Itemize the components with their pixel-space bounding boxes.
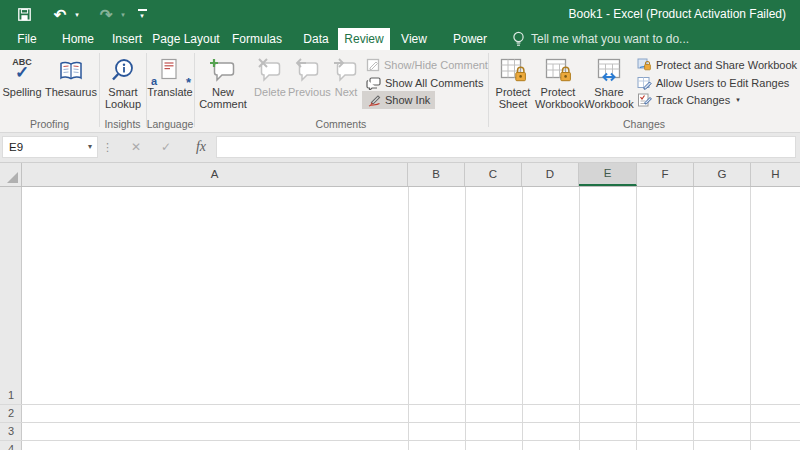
redo-button: ↷ <box>96 0 116 28</box>
redo-dropdown: ▾ <box>118 0 128 28</box>
allow-users-to-edit-ranges-label: Allow Users to Edit Ranges <box>656 77 789 89</box>
tab-page-layout[interactable]: Page Layout <box>150 28 222 50</box>
tab-home[interactable]: Home <box>55 28 101 50</box>
worksheet-grid[interactable]: 1 2 3 4 Nhà <box>0 187 800 450</box>
spelling-icon: ABC ✓ <box>2 54 42 86</box>
translate-button[interactable]: a * Translate <box>147 54 193 98</box>
spelling-label: Spelling <box>2 86 42 98</box>
group-separator <box>194 53 195 127</box>
column-header-e-selected[interactable]: E <box>579 163 637 186</box>
protect-sheet-button[interactable]: Protect Sheet <box>491 54 535 110</box>
check-icon: ✓ <box>15 66 29 80</box>
protect-and-share-workbook-label: Protect and Share Workbook <box>656 59 797 71</box>
customize-qat-button[interactable]: ▾ <box>134 0 150 28</box>
ribbon-tab-row: File Home Insert Page Layout Formulas Da… <box>0 28 800 50</box>
name-box[interactable]: E9 ▾ <box>2 136 98 158</box>
group-separator <box>488 53 489 127</box>
new-comment-button[interactable]: New Comment <box>198 54 248 110</box>
select-all-triangle-icon <box>7 172 18 183</box>
show-hide-comment-icon <box>366 58 380 72</box>
show-hide-comment-button: Show/Hide Comment <box>366 56 488 74</box>
row-header-1[interactable]: 1 <box>0 388 22 402</box>
row-header-3[interactable]: 3 <box>0 424 22 438</box>
tab-view[interactable]: View <box>394 28 434 50</box>
save-button[interactable] <box>14 0 34 28</box>
group-label-proofing: Proofing <box>0 118 99 130</box>
title-bar: ↶ ▾ ↷ ▾ ▾ Book1 - Excel (Product Activat… <box>0 0 800 28</box>
chevron-down-icon[interactable]: ▾ <box>88 137 92 157</box>
name-box-value: E9 <box>9 141 23 153</box>
tab-insert[interactable]: Insert <box>104 28 150 50</box>
column-header-g[interactable]: G <box>694 163 751 186</box>
thesaurus-label: Thesaurus <box>43 86 99 98</box>
select-all-button[interactable] <box>0 163 22 186</box>
column-header-d[interactable]: D <box>522 163 579 186</box>
window-title: Book1 - Excel (Product Activation Failed… <box>569 0 786 28</box>
translate-a-glyph: a <box>151 76 157 86</box>
track-changes-button[interactable]: Track Changes ▾ <box>637 91 740 109</box>
show-all-comments-icon <box>366 77 381 90</box>
allow-users-to-edit-ranges-button[interactable]: Allow Users to Edit Ranges <box>637 74 789 92</box>
translate-star-glyph: * <box>186 78 191 88</box>
protect-workbook-button[interactable]: Protect Workbook <box>535 54 581 110</box>
group-label-comments: Comments <box>194 118 488 130</box>
previous-comment-icon <box>288 54 328 86</box>
column-header-a[interactable]: A <box>22 163 408 186</box>
delete-comment-button: Delete <box>252 54 288 98</box>
group-label-insights: Insights <box>99 118 146 130</box>
delete-comment-label: Delete <box>252 86 288 98</box>
protect-and-share-workbook-icon <box>637 58 652 72</box>
next-comment-label: Next <box>330 86 362 98</box>
previous-comment-button: Previous <box>288 54 328 98</box>
show-hide-comment-label: Show/Hide Comment <box>384 59 488 71</box>
column-headers: A B C D E F G H <box>0 163 800 187</box>
new-comment-icon <box>198 54 248 86</box>
show-ink-button[interactable]: Show Ink <box>362 91 435 109</box>
tab-data[interactable]: Data <box>294 28 338 50</box>
tell-me-label: Tell me what you want to do... <box>531 32 689 46</box>
save-icon <box>18 8 31 21</box>
column-header-b[interactable]: B <box>408 163 465 186</box>
row-header-4[interactable]: 4 <box>0 442 22 450</box>
column-header-c[interactable]: C <box>465 163 522 186</box>
undo-dropdown[interactable]: ▾ <box>72 0 82 28</box>
share-workbook-button[interactable]: Share Workbook <box>583 54 635 110</box>
gridlines-horizontal <box>0 404 800 441</box>
protect-and-share-workbook-button[interactable]: Protect and Share Workbook <box>637 56 797 74</box>
tell-me-box[interactable]: Tell me what you want to do... <box>512 28 689 50</box>
tab-formulas[interactable]: Formulas <box>226 28 288 50</box>
show-ink-label: Show Ink <box>385 94 430 106</box>
track-changes-label: Track Changes <box>656 94 730 106</box>
group-label-changes: Changes <box>488 118 800 130</box>
formula-bar: E9 ▾ ⋮ ✕ ✓ fx <box>0 133 800 163</box>
smart-lookup-button[interactable]: Smart Lookup <box>101 54 145 110</box>
undo-button[interactable]: ↶ <box>50 0 70 28</box>
tab-review[interactable]: Review <box>338 28 390 50</box>
redo-icon: ↷ <box>100 7 113 22</box>
cell-a1-text[interactable]: Nhà <box>153 442 280 450</box>
tab-file[interactable]: File <box>8 28 46 50</box>
tab-power-pivot[interactable]: Power Pivot <box>438 28 502 50</box>
row-header-2[interactable]: 2 <box>0 406 22 420</box>
protect-workbook-icon <box>535 54 581 86</box>
undo-icon: ↶ <box>54 7 67 22</box>
next-comment-icon <box>330 54 362 86</box>
column-header-h[interactable]: H <box>751 163 800 186</box>
formula-bar-handle[interactable]: ⋮ <box>102 136 112 158</box>
show-all-comments-button[interactable]: Show All Comments <box>366 74 483 92</box>
column-header-f[interactable]: F <box>637 163 694 186</box>
previous-comment-label: Previous <box>288 86 328 98</box>
formula-input[interactable] <box>216 136 796 158</box>
translate-icon: a * <box>147 54 193 86</box>
show-all-comments-label: Show All Comments <box>385 77 483 89</box>
spelling-button[interactable]: ABC ✓ Spelling <box>2 54 42 98</box>
allow-users-to-edit-ranges-icon <box>637 76 652 90</box>
excel-window: ↶ ▾ ↷ ▾ ▾ Book1 - Excel (Product Activat… <box>0 0 800 450</box>
insert-function-icon[interactable]: fx <box>188 136 214 158</box>
magnifier-icon <box>101 54 145 86</box>
protect-sheet-icon <box>491 54 535 86</box>
thesaurus-button[interactable]: Thesaurus <box>43 54 99 98</box>
share-workbook-icon <box>583 54 635 86</box>
book-icon <box>43 54 99 86</box>
lightbulb-icon <box>512 31 525 47</box>
